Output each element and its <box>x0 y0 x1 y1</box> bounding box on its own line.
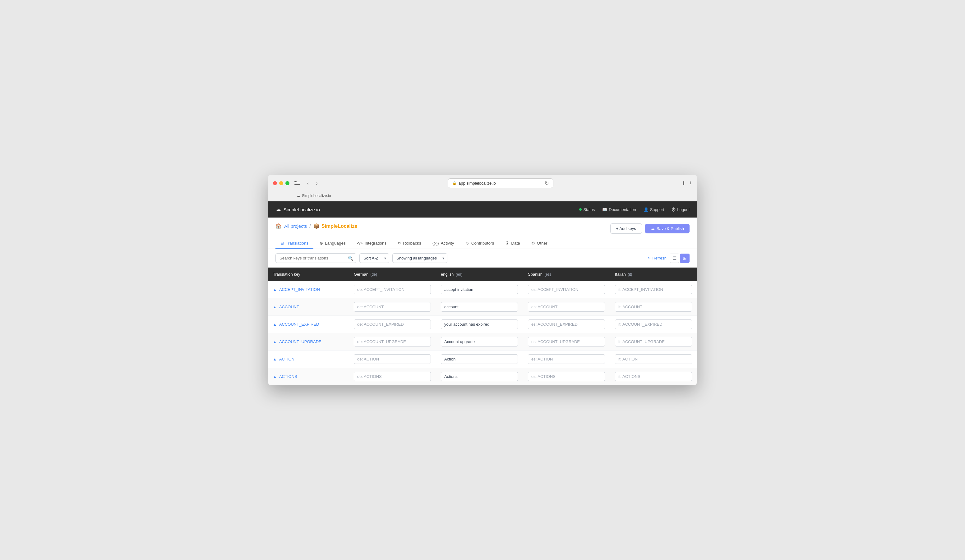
cell-de-ACCOUNT <box>349 298 436 316</box>
reload-button[interactable]: ↻ <box>545 180 549 186</box>
input-es-ACCOUNT[interactable] <box>528 302 605 312</box>
input-de-ACCOUNT_UPGRADE[interactable] <box>354 337 431 346</box>
tab-rollbacks[interactable]: ↺ Rollbacks <box>393 238 426 249</box>
input-it-ACCEPT_INVITATION[interactable] <box>615 285 692 294</box>
nav-documentation[interactable]: 📖 Documentation <box>602 207 636 212</box>
logout-icon: ⏻ <box>672 207 676 212</box>
languages-icon: ⊕ <box>320 241 323 245</box>
row-chevron-icon[interactable]: ▲ <box>273 305 277 309</box>
nav-documentation-label: Documentation <box>609 207 636 212</box>
key-name[interactable]: ACTIONS <box>279 374 297 379</box>
breadcrumb-separator: / <box>309 224 311 229</box>
input-en-ACTION[interactable] <box>441 354 518 364</box>
nav-support-label: Support <box>650 207 664 212</box>
sort-select[interactable]: Sort A-Z Sort Z-A Created Updated <box>360 253 389 263</box>
forward-button[interactable]: › <box>314 180 319 187</box>
key-name[interactable]: ACCOUNT <box>279 305 299 309</box>
input-en-ACCEPT_INVITATION[interactable] <box>441 285 518 294</box>
key-name[interactable]: ACTION <box>279 357 294 361</box>
integrations-icon: </> <box>357 241 363 245</box>
tab-translations[interactable]: ⊞ Translations <box>275 238 313 249</box>
save-publish-button[interactable]: ☁ Save & Publish <box>645 224 690 233</box>
key-name[interactable]: ACCEPT_INVITATION <box>279 287 320 292</box>
new-tab-icon[interactable]: + <box>689 180 692 186</box>
breadcrumb-project-name: SimpleLocalize <box>321 224 358 229</box>
table-row: ▲ ACCOUNT <box>268 298 697 316</box>
input-en-ACCOUNT_EXPIRED[interactable] <box>441 320 518 329</box>
minimize-button[interactable] <box>279 181 283 185</box>
input-en-ACCOUNT_UPGRADE[interactable] <box>441 337 518 346</box>
input-es-ACTION[interactable] <box>528 354 605 364</box>
key-cell-ACTION: ▲ ACTION <box>268 351 349 368</box>
nav-support[interactable]: 👤 Support <box>644 207 664 212</box>
input-en-ACTIONS[interactable] <box>441 372 518 381</box>
table-header: Translation key German (de) english (en)… <box>268 268 697 281</box>
key-name[interactable]: ACCOUNT_UPGRADE <box>279 340 321 344</box>
search-input[interactable] <box>275 253 356 263</box>
nav-logout[interactable]: ⏻ Logout <box>672 207 690 212</box>
app-name: SimpleLocalize.io <box>283 207 320 212</box>
row-chevron-icon[interactable]: ▲ <box>273 322 277 327</box>
input-en-ACCOUNT[interactable] <box>441 302 518 312</box>
sidebar-toggle-button[interactable] <box>294 181 300 186</box>
key-cell-ACCOUNT_UPGRADE: ▲ ACCOUNT_UPGRADE <box>268 333 349 351</box>
input-it-ACTIONS[interactable] <box>615 372 692 381</box>
tab-activity[interactable]: ((·)) Activity <box>427 238 459 249</box>
cell-it-ACCOUNT_EXPIRED <box>610 316 697 333</box>
input-it-ACCOUNT[interactable] <box>615 302 692 312</box>
main-content-area: ☁ SimpleLocalize.io Status 📖 Documentati… <box>268 201 697 385</box>
refresh-icon: ↻ <box>647 256 651 260</box>
refresh-button[interactable]: ↻ Refresh <box>647 256 667 260</box>
input-es-ACCEPT_INVITATION[interactable] <box>528 285 605 294</box>
book-icon: 📖 <box>602 207 607 212</box>
input-de-ACTIONS[interactable] <box>354 372 431 381</box>
input-de-ACTION[interactable] <box>354 354 431 364</box>
input-it-ACTION[interactable] <box>615 354 692 364</box>
nav-status-label: Status <box>583 207 595 212</box>
add-keys-button[interactable]: + Add keys <box>610 224 642 234</box>
input-de-ACCOUNT[interactable] <box>354 302 431 312</box>
tab-other[interactable]: ⚙ Other <box>526 238 553 249</box>
toolbar: 🔍 Sort A-Z Sort Z-A Created Updated ▾ Sh… <box>268 249 697 268</box>
tab-data-label: Data <box>511 241 520 245</box>
address-bar[interactable]: 🔒 app.simplelocalize.io ↻ <box>448 178 553 188</box>
status-dot-icon <box>579 208 582 211</box>
cell-it-ACCOUNT_UPGRADE <box>610 333 697 351</box>
row-chevron-icon[interactable]: ▲ <box>273 374 277 379</box>
input-es-ACCOUNT_UPGRADE[interactable] <box>528 337 605 346</box>
close-button[interactable] <box>273 181 277 185</box>
view-toggle: ☰ ⊞ <box>670 253 690 263</box>
nav-status[interactable]: Status <box>579 207 595 212</box>
grid-view-button[interactable]: ⊞ <box>680 253 690 263</box>
table-row: ▲ ACTION <box>268 351 697 368</box>
input-it-ACCOUNT_EXPIRED[interactable] <box>615 320 692 329</box>
input-es-ACCOUNT_EXPIRED[interactable] <box>528 320 605 329</box>
tab-contributors[interactable]: ☺ Contributors <box>460 238 499 249</box>
key-name[interactable]: ACCOUNT_EXPIRED <box>279 322 319 327</box>
refresh-label: Refresh <box>652 256 667 260</box>
breadcrumb-all-projects[interactable]: All projects <box>284 224 307 229</box>
cell-es-ACCEPT_INVITATION <box>523 281 610 298</box>
translations-icon: ⊞ <box>280 241 284 245</box>
activity-icon: ((·)) <box>432 241 439 245</box>
app-nav-items: Status 📖 Documentation 👤 Support ⏻ Logou… <box>579 207 690 212</box>
input-de-ACCOUNT_EXPIRED[interactable] <box>354 320 431 329</box>
language-filter-select[interactable]: Showing all languages German (de) Englis… <box>393 253 447 263</box>
cell-it-ACTION <box>610 351 697 368</box>
contributors-icon: ☺ <box>465 241 469 245</box>
tab-data[interactable]: 🗄 Data <box>500 238 525 249</box>
back-button[interactable]: ‹ <box>305 180 310 187</box>
row-chevron-icon[interactable]: ▲ <box>273 340 277 344</box>
list-view-button[interactable]: ☰ <box>670 253 679 263</box>
cell-en-ACTION <box>436 351 523 368</box>
input-de-ACCEPT_INVITATION[interactable] <box>354 285 431 294</box>
input-es-ACTIONS[interactable] <box>528 372 605 381</box>
row-chevron-icon[interactable]: ▲ <box>273 287 277 292</box>
tab-integrations[interactable]: </> Integrations <box>352 238 391 249</box>
row-chevron-icon[interactable]: ▲ <box>273 357 277 361</box>
input-it-ACCOUNT_UPGRADE[interactable] <box>615 337 692 346</box>
tab-languages[interactable]: ⊕ Languages <box>315 238 351 249</box>
cell-en-ACCOUNT_UPGRADE <box>436 333 523 351</box>
browser-tab[interactable]: ☁ SimpleLocalize.io <box>292 191 336 201</box>
maximize-button[interactable] <box>285 181 290 185</box>
